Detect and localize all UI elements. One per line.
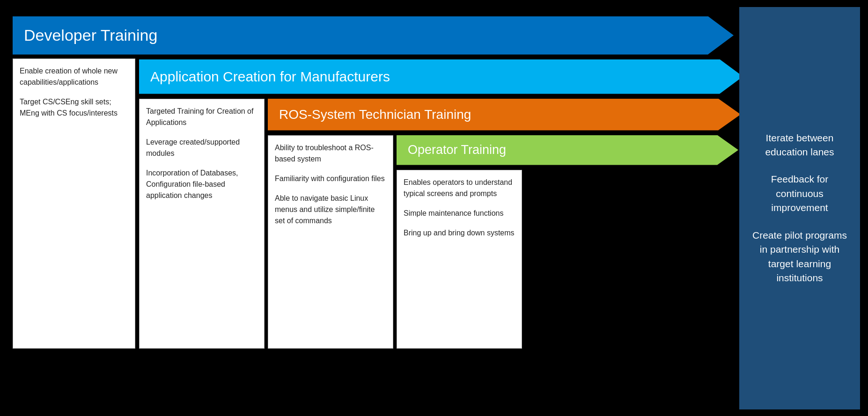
banner-developer-label: Developer Training: [24, 26, 157, 44]
banner-operator-label: Operator Training: [408, 143, 506, 157]
diagram: Developer Training Application Creation …: [8, 7, 860, 409]
box-operator: Enables operators to understand typical …: [397, 170, 522, 349]
box-operator-item-1: Enables operators to understand typical …: [404, 177, 515, 199]
box-ros-item-1: Ability to troubleshoot a ROS-based syst…: [275, 142, 386, 165]
box-developer-item-2: Target CS/CSEng skill sets; MEng with CS…: [20, 96, 128, 119]
box-application-item-3: Incorporation of Databases, Configuratio…: [146, 168, 257, 201]
box-ros: Ability to troubleshoot a ROS-based syst…: [268, 135, 393, 349]
box-operator-item-2: Simple maintenance functions: [404, 208, 515, 219]
box-ros-item-3: Able to navigate basic Linux menus and u…: [275, 193, 386, 226]
right-panel-item-3: Create pilot programs in partnership wit…: [748, 228, 852, 285]
box-operator-item-3: Bring up and bring down systems: [404, 227, 515, 239]
banner-ros-label: ROS-System Technician Training: [279, 107, 471, 122]
box-developer-item-1: Enable creation of whole new capabilitie…: [20, 66, 128, 88]
box-application-item-2: Leverage created/supported modules: [146, 137, 257, 159]
right-panel-item-1: Iterate between education lanes: [748, 131, 852, 160]
box-application: Targeted Training for Creation of Applic…: [139, 99, 265, 349]
banner-application-label: Application Creation for Manufacturers: [150, 69, 390, 85]
box-ros-item-2: Familiarity with configuration files: [275, 173, 386, 184]
right-panel-item-2: Feedback for continuous improvement: [748, 172, 852, 215]
banner-developer: Developer Training: [13, 16, 734, 55]
banner-application: Application Creation for Manufacturers: [139, 59, 743, 94]
right-panel: Iterate between education lanes Feedback…: [739, 7, 860, 409]
box-application-item-1: Targeted Training for Creation of Applic…: [146, 106, 257, 128]
banner-ros: ROS-System Technician Training: [268, 99, 741, 131]
banner-operator: Operator Training: [397, 135, 738, 165]
box-developer: Enable creation of whole new capabilitie…: [13, 58, 135, 349]
